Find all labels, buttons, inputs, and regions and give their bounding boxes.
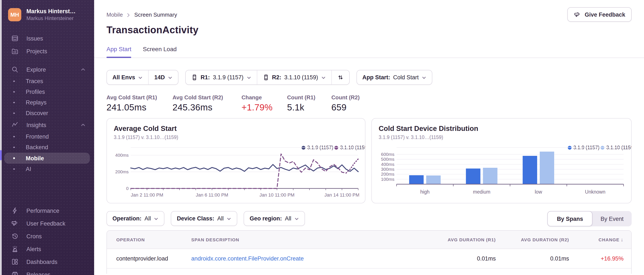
sidebar-item-label: AI <box>26 166 31 172</box>
nav-section-gap <box>0 58 94 63</box>
org-name: Markus Hintersteiner <box>26 15 76 22</box>
sidebar-item-explore[interactable]: Explore <box>0 63 94 76</box>
search-icon <box>11 66 19 73</box>
swap-releases-button[interactable] <box>331 70 349 84</box>
sidebar-scrollbar-thumb[interactable] <box>0 150 2 160</box>
sidebar-item-traces[interactable]: Traces <box>0 76 94 87</box>
user-name: Markus Hinterst… <box>26 8 76 15</box>
megaphone-icon <box>574 11 581 18</box>
svg-text:300ms: 300ms <box>381 167 394 172</box>
env-filter[interactable]: All Envs <box>107 70 148 84</box>
tab-app-start[interactable]: App Start <box>106 46 132 58</box>
chevron-down-icon <box>138 75 143 80</box>
svg-text:low: low <box>535 189 542 195</box>
sidebar-item-projects[interactable]: Projects <box>0 45 94 58</box>
by-event-toggle[interactable]: By Event <box>592 211 632 226</box>
geo-region-filter[interactable]: Geo region: All <box>244 211 304 225</box>
appstart-type-filter[interactable]: App Start: Cold Start <box>357 70 432 84</box>
cell-avg-duration-r2: 0.01ms <box>496 255 569 262</box>
bullet-icon <box>13 158 15 159</box>
sidebar-item-releases[interactable]: Releases <box>0 268 94 275</box>
sidebar-item-label: Projects <box>26 48 47 54</box>
column-header-change[interactable]: CHANGE↓ <box>569 237 624 243</box>
column-header-avg-duration-r1-[interactable]: AVG DURATION (R1) <box>420 237 496 242</box>
page-title: TransactionActivity <box>106 24 632 36</box>
sidebar-item-insights[interactable]: Insights <box>0 119 94 131</box>
chevron-down-icon <box>154 216 159 221</box>
nav-section-gap <box>0 174 94 204</box>
release-filter-group: R1: 3.1.9 (1157) R2: 3.1.10 (1159) <box>185 70 350 85</box>
column-header-avg-duration-r2-[interactable]: AVG DURATION (R2) <box>496 237 569 242</box>
by-spans-toggle[interactable]: By Spans <box>548 211 592 226</box>
column-header-span-description: SPAN DESCRIPTION <box>191 237 420 242</box>
releases-icon <box>11 271 19 275</box>
release2-filter[interactable]: R2: 3.1.10 (1159) <box>256 70 331 84</box>
cell-change: +16.95% <box>569 255 624 262</box>
chevron-down-icon <box>422 75 426 80</box>
stats-row: Avg Cold Start (R1) 241.05ms Avg Cold St… <box>106 94 632 113</box>
bullet-icon <box>13 81 15 82</box>
sidebar-item-label: Frontend <box>26 133 49 140</box>
chevron-down-icon <box>294 216 299 221</box>
operation-filter[interactable]: Operation: All <box>107 211 164 225</box>
chart-title: Cold Start Device Distribution <box>379 125 624 133</box>
device-distribution-chart-card: Cold Start Device Distribution 3.1.9 (11… <box>372 118 632 203</box>
cell-span-description-link[interactable]: androidx.core.content.FileProvider.onCre… <box>191 255 420 262</box>
sidebar-item-discover[interactable]: Discover <box>0 108 94 119</box>
sidebar-item-ai[interactable]: AI <box>0 164 94 174</box>
sidebar-item-label: Traces <box>26 78 43 84</box>
svg-text:Jan 6 11:00 PM: Jan 6 11:00 PM <box>196 192 228 198</box>
table-row[interactable]: contentprovider.loadandroidx.core.conten… <box>107 249 631 268</box>
sidebar-item-label: Replays <box>26 99 47 106</box>
sidebar-item-label: User Feedback <box>26 220 66 227</box>
svg-text:Jan 10 11:00 PM: Jan 10 11:00 PM <box>260 192 294 198</box>
bullet-icon <box>13 147 15 148</box>
bullet-icon <box>13 91 15 93</box>
chevron-down-icon <box>168 75 172 80</box>
chevron-right-icon <box>126 12 131 17</box>
sidebar-item-mobile[interactable]: Mobile <box>4 153 90 164</box>
bullet-icon <box>13 168 15 170</box>
chart-subtitle: 3.1.9 (1157) v. 3.1.10…(1159) <box>114 135 358 140</box>
period-filter[interactable]: 14D <box>148 70 178 84</box>
stat-count-r1: Count (R1) 5.1k <box>287 94 331 113</box>
sidebar-item-label: Releases <box>26 271 50 275</box>
svg-text:Jan 2 11:00 PM: Jan 2 11:00 PM <box>131 192 163 198</box>
give-feedback-button[interactable]: Give Feedback <box>567 7 632 22</box>
insights-icon <box>11 121 19 129</box>
svg-text:200ms: 200ms <box>381 172 394 176</box>
cell-avg-duration-r1: 0.01ms <box>420 255 496 262</box>
charts-row: Average Cold Start 3.1.9 (1157) v. 3.1.1… <box>106 118 632 203</box>
bar-chart: 100ms200ms300ms400ms500ms600mshighmedium… <box>379 146 625 201</box>
tab-screen-load[interactable]: Screen Load <box>143 46 177 58</box>
table-header: OPERATIONSPAN DESCRIPTIONAVG DURATION (R… <box>107 231 631 249</box>
sidebar-item-alerts[interactable]: Alerts <box>0 243 94 255</box>
avatar: MH <box>8 8 21 21</box>
sort-desc-arrow-icon: ↓ <box>621 237 624 243</box>
sidebar-item-crons[interactable]: Crons <box>0 230 94 243</box>
sidebar-item-dashboards[interactable]: Dashboards <box>0 255 94 268</box>
issues-icon <box>11 35 19 42</box>
sidebar-item-backend[interactable]: Backend <box>0 142 94 153</box>
release1-filter[interactable]: R1: 3.1.9 (1157) <box>186 70 256 84</box>
breadcrumb-current: Screen Summary <box>134 12 177 18</box>
sidebar-item-issues[interactable]: Issues <box>0 32 94 45</box>
dashboard-icon <box>11 258 19 266</box>
mobile-release-icon <box>191 74 198 81</box>
device-class-filter[interactable]: Device Class: All <box>172 211 237 225</box>
stat-change: Change +1.79% <box>242 94 287 113</box>
sidebar-item-user-feedback[interactable]: User Feedback <box>0 217 94 230</box>
org-switcher[interactable]: MH Markus Hinterst… Markus Hintersteiner <box>0 0 94 28</box>
svg-text:600ms: 600ms <box>381 152 394 157</box>
sidebar-item-profiles[interactable]: Profiles <box>0 87 94 97</box>
sidebar-item-performance[interactable]: Performance <box>0 204 94 217</box>
sidebar-item-label: Insights <box>26 122 46 128</box>
svg-text:Jan 14 11:00 PM: Jan 14 11:00 PM <box>324 192 359 198</box>
mobile-release-icon <box>262 74 269 81</box>
bullet-icon <box>13 102 15 103</box>
sidebar-item-frontend[interactable]: Frontend <box>0 131 94 142</box>
breadcrumb-parent[interactable]: Mobile <box>106 12 123 18</box>
sidebar-item-label: Backend <box>26 144 48 150</box>
megaphone-icon <box>11 219 19 227</box>
sidebar-item-replays[interactable]: Replays <box>0 97 94 108</box>
